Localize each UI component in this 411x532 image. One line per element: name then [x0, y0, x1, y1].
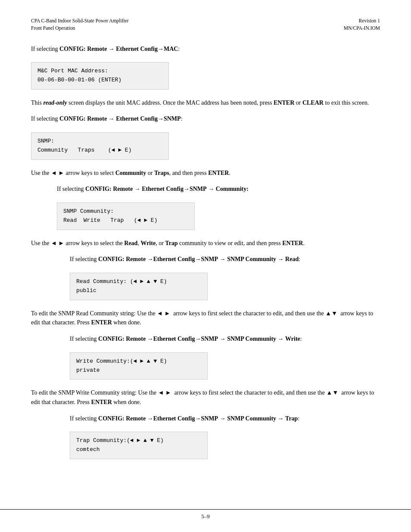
- snmp-community-code-block: SNMP Community: Read Write Trap (◄ ► E): [57, 202, 195, 230]
- rc-enter-bold: ENTER: [91, 319, 112, 326]
- header-revision: Revision 1: [344, 17, 380, 25]
- sc-arrow1: →: [133, 186, 142, 192]
- wc-bold1: CONFIG: Remote: [98, 336, 146, 342]
- trap-community-intro: If selecting CONFIG: Remote →Ethernet Co…: [70, 414, 380, 423]
- sc-read-bold: Read: [124, 240, 137, 246]
- sc-trap-bold: Trap: [165, 240, 177, 246]
- rc-bold4: SNMP Community: [227, 256, 276, 262]
- snmp-desc: Use the ◄ ► arrow keys to select Communi…: [31, 168, 380, 178]
- snmp-code-wrap: SNMP: Community Traps (◄ ► E): [31, 128, 380, 164]
- header-doc-number: MN/CPA-IN.IOM: [344, 25, 380, 32]
- mac-intro-bold2: Ethernet Config: [116, 46, 158, 52]
- snmp-enter-bold: ENTER: [208, 170, 229, 176]
- snmp-community-bold: Community: [115, 170, 146, 176]
- snmp-arrow2: →: [158, 115, 164, 122]
- read-community-desc: To edit the SNMP Read Community string: …: [31, 309, 380, 327]
- tc-bold2: Ethernet Config: [153, 415, 195, 422]
- wc-bold3: SNMP: [201, 336, 218, 342]
- mac-readonly: read-only: [43, 100, 67, 106]
- trap-community-section: If selecting CONFIG: Remote →Ethernet Co…: [31, 414, 380, 464]
- trap-community-code-block: Trap Community:(◄ ► ▲ ▼ E) comtech: [70, 432, 208, 459]
- mac-clear: CLEAR: [302, 100, 324, 106]
- sc-bold1: CONFIG: Remote: [85, 186, 133, 192]
- rc-bold3: SNMP: [201, 256, 218, 262]
- mac-code-wrap: M&C Port MAC Address: 00-06-B0-00-01-06 …: [31, 58, 380, 94]
- tc-arrow3: →: [218, 415, 227, 422]
- header-title-line1: CPA C-Band Indoor Solid-State Power Ampl…: [31, 17, 129, 25]
- rc-arrow2: →: [195, 256, 201, 262]
- wc-code-line2: private: [76, 366, 201, 375]
- mac-code-line2: 00-06-B0-00-01-06 (ENTER): [37, 76, 162, 85]
- tc-arrow2: →: [195, 415, 201, 422]
- write-community-desc: To edit the SNMP Write Community string:…: [31, 388, 380, 407]
- trap-community-code-wrap: Trap Community:(◄ ► ▲ ▼ E) comtech: [70, 427, 380, 464]
- snmp-intro-bold2: Ethernet Config: [116, 115, 158, 122]
- snmp-code-line2: Community Traps (◄ ► E): [37, 146, 162, 155]
- snmp-code-line1: SNMP:: [37, 137, 162, 146]
- main-content: If selecting CONFIG: Remote → Ethernet C…: [31, 44, 380, 464]
- sc-bold4: Community:: [216, 186, 249, 192]
- mac-arrow1: →: [107, 46, 116, 52]
- rc-bold5: Read: [285, 256, 299, 262]
- wc-code-line1: Write Community:(◄ ► ▲ ▼ E): [76, 357, 201, 366]
- rc-arrow3: →: [218, 256, 227, 262]
- snmp-community-code-wrap: SNMP Community: Read Write Trap (◄ ► E): [57, 198, 380, 234]
- page-number: 5–9: [201, 513, 210, 520]
- header-left: CPA C-Band Indoor Solid-State Power Ampl…: [31, 17, 129, 32]
- read-community-code-wrap: Read Community: (◄ ► ▲ ▼ E) public: [70, 268, 380, 305]
- mac-desc: This read-only screen displays the unit …: [31, 98, 380, 108]
- snmp-arrow1: →: [107, 115, 116, 122]
- wc-arrow3: →: [218, 336, 227, 342]
- read-community-section: If selecting CONFIG: Remote →Ethernet Co…: [31, 255, 380, 327]
- sc-arrow3: →: [207, 186, 216, 192]
- rc-arrow4: →: [276, 256, 285, 262]
- tc-code-line1: Trap Community:(◄ ► ▲ ▼ E): [76, 436, 201, 445]
- tc-bold3: SNMP: [201, 415, 218, 422]
- snmp-community-intro: If selecting CONFIG: Remote → Ethernet C…: [57, 184, 380, 194]
- wc-bold2: Ethernet Config: [153, 336, 195, 342]
- rc-code-line1: Read Community: (◄ ► ▲ ▼ E): [76, 277, 201, 286]
- sc-bold3: SNMP: [190, 186, 207, 192]
- wc-arrow1: →: [146, 336, 153, 342]
- rc-bold1: CONFIG: Remote: [98, 256, 146, 262]
- snmp-intro-bold1: CONFIG: Remote: [59, 115, 107, 122]
- snmp-intro-bold3: SNMP: [164, 115, 181, 122]
- snmp-code-block: SNMP: Community Traps (◄ ► E): [31, 132, 169, 160]
- header-title-line2: Front Panel Operation: [31, 25, 129, 32]
- snmp-community-section: If selecting CONFIG: Remote → Ethernet C…: [31, 184, 380, 248]
- mac-code-line1: M&C Port MAC Address:: [37, 67, 162, 76]
- write-community-intro: If selecting CONFIG: Remote →Ethernet Co…: [70, 334, 380, 344]
- tc-code-line2: comtech: [76, 445, 201, 454]
- write-community-section: If selecting CONFIG: Remote →Ethernet Co…: [31, 334, 380, 407]
- mac-intro-bold1: CONFIG: Remote: [59, 46, 107, 52]
- sc-arrow2: →: [184, 186, 190, 192]
- wc-enter-bold: ENTER: [91, 399, 112, 405]
- tc-arrow1: →: [146, 415, 153, 422]
- mac-intro: If selecting CONFIG: Remote → Ethernet C…: [31, 44, 380, 54]
- read-community-code-block: Read Community: (◄ ► ▲ ▼ E) public: [70, 273, 208, 300]
- mac-enter: ENTER: [274, 100, 294, 106]
- snmp-traps-bold: Traps: [154, 170, 169, 176]
- snmp-section: If selecting CONFIG: Remote → Ethernet C…: [31, 114, 380, 177]
- read-community-intro: If selecting CONFIG: Remote →Ethernet Co…: [70, 255, 380, 264]
- wc-arrow4: →: [276, 336, 285, 342]
- write-community-code-wrap: Write Community:(◄ ► ▲ ▼ E) private: [70, 348, 380, 384]
- sc-enter-bold: ENTER: [282, 240, 303, 246]
- snmp-community-desc: Use the ◄ ► arrow keys to select the Rea…: [31, 239, 380, 248]
- mac-arrow2: →: [158, 46, 164, 52]
- rc-code-line2: public: [76, 286, 201, 296]
- write-community-code-block: Write Community:(◄ ► ▲ ▼ E) private: [70, 352, 208, 380]
- sc-code-line2: Read Write Trap (◄ ► E): [63, 216, 188, 225]
- page-footer: 5–9: [0, 509, 411, 520]
- mac-section: If selecting CONFIG: Remote → Ethernet C…: [31, 44, 380, 108]
- mac-code-block: M&C Port MAC Address: 00-06-B0-00-01-06 …: [31, 62, 169, 90]
- tc-bold4: SNMP Community: [227, 415, 276, 422]
- tc-arrow4: →: [276, 415, 285, 422]
- sc-write-bold: Write: [140, 240, 156, 246]
- wc-bold5: Write: [285, 336, 300, 342]
- mac-intro-bold3: MAC: [164, 46, 178, 52]
- tc-bold5: Trap: [285, 415, 298, 422]
- rc-arrow1: →: [146, 256, 153, 262]
- page-header: CPA C-Band Indoor Solid-State Power Ampl…: [31, 17, 380, 32]
- wc-bold4: SNMP Community: [227, 336, 276, 342]
